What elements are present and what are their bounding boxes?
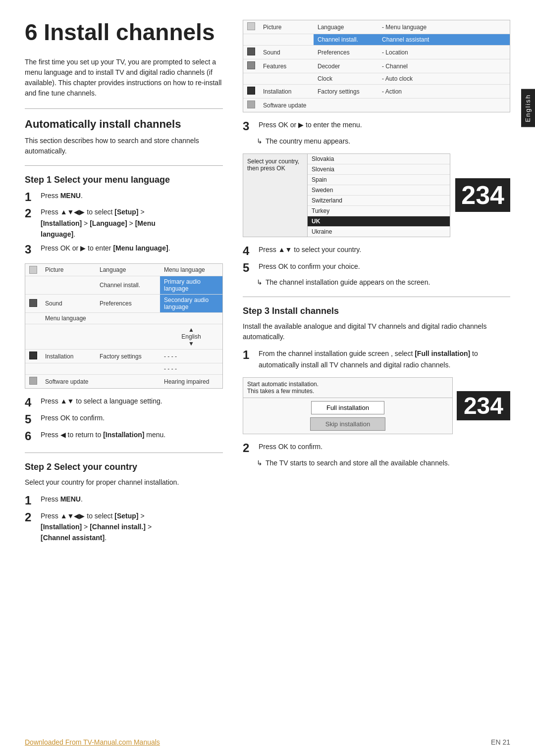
right-step3-text: Press OK or ▶ to enter the menu. (259, 119, 510, 130)
install-header-line2: This takes a few minutes. (247, 388, 314, 395)
step3-num-1: 1 (243, 348, 259, 362)
right-step5-text: Press OK to confirm your choice. (259, 261, 510, 272)
section-divider-3 (25, 453, 223, 453)
right-step5: 5 Press OK to confirm your choice. (243, 261, 510, 275)
menu-row-channelinst: Channel install. Primary audio language (25, 276, 222, 295)
menu-row-picture: Picture Language Menu language (25, 264, 222, 276)
step2-item2: 2 Press ▲▼◀▶ to select [Setup] >[Install… (25, 510, 223, 544)
intro-text: The first time you set up your TV, you a… (25, 57, 223, 99)
rmenu-row-clock: Clock - Auto clock (243, 73, 510, 85)
step-num-2: 2 (25, 206, 41, 221)
install-badge: 234 (457, 391, 510, 420)
step1-text4: Press ▲▼ to select a language setting. (41, 396, 223, 406)
step-num-6: 6 (25, 429, 41, 444)
menu-row-blank: - - - - (25, 363, 222, 375)
rmenu-row-sound: Sound Preferences - Location (243, 46, 510, 59)
auto-install-intro: This section describes how to search and… (25, 136, 223, 156)
country-turkey: Turkey (308, 206, 450, 216)
install-screen-row: Start automatic installation. This takes… (243, 377, 510, 434)
step1-text3: Press OK or ▶ to enter [Menu language]. (41, 243, 223, 253)
step3-item1: 1 From the channel installation guide sc… (243, 348, 510, 370)
install-header: Start automatic installation. This takes… (243, 378, 452, 398)
step1-title: Step 1 Select your menu language (25, 175, 223, 185)
menu-row-installation: Installation Factory settings - - - - (25, 350, 222, 363)
country-ukraine: Ukraine (308, 227, 450, 237)
right-step3-result: The country menu appears. (257, 136, 510, 147)
install-header-line1: Start automatic installation. (247, 381, 319, 388)
step1-item4: 4 Press ▲▼ to select a language setting. (25, 396, 223, 410)
section-divider-2 (25, 165, 223, 166)
rmenu-row-picture: Picture Language - Menu language (243, 20, 510, 34)
menu-row-sound: Sound Preferences Secondary audio langua… (25, 295, 222, 313)
step1-text6: Press ◀ to return to [Installation] menu… (41, 429, 223, 440)
country-spain: Spain (308, 175, 450, 185)
step2-num-2: 2 (25, 510, 41, 525)
right-step4-text: Press ▲▼ to select your country. (259, 244, 510, 255)
section-divider-1 (25, 108, 223, 109)
skip-installation-button[interactable]: Skip installation (310, 417, 385, 431)
country-label: Select your country,then press OK (243, 154, 308, 237)
right-step3-num: 3 (243, 119, 259, 134)
rmenu-row-installation: Installation Factory settings - Action (243, 85, 510, 99)
footer: Downloaded From TV-Manual.com Manuals EN… (0, 738, 535, 746)
country-list-container: Select your country,then press OK Slovak… (243, 153, 510, 237)
country-list: Slovakia Slovenia Spain Sweden Switzerla… (308, 154, 450, 237)
country-slovakia: Slovakia (308, 154, 450, 164)
step1-item6: 6 Press ◀ to return to [Installation] me… (25, 429, 223, 444)
full-installation-button[interactable]: Full installation (311, 401, 384, 414)
country-switzerland: Switzerland (308, 196, 450, 206)
right-column: Picture Language - Menu language Channel… (238, 20, 510, 546)
country-badge-area: 234 (450, 153, 510, 237)
menu-row-menulang: Menu language (25, 313, 222, 324)
menu-box-right: Picture Language - Menu language Channel… (243, 20, 510, 112)
menu-box-left: Picture Language Menu language Channel i… (25, 263, 223, 389)
side-language-tab: English (521, 89, 535, 127)
step1-text1: Press MENU. (41, 190, 223, 201)
footer-link[interactable]: Downloaded From TV-Manual.com Manuals (25, 738, 160, 746)
step1-text5: Press OK to confirm. (41, 412, 223, 423)
rmenu-row-channelinst: Channel install. Channel assistant (243, 34, 510, 46)
section-divider-right (243, 297, 510, 297)
step-num-5: 5 (25, 412, 41, 427)
step1-item2: 2 Press ▲▼◀▶ to select [Setup] >[Install… (25, 206, 223, 240)
page-title: 6 Install channels (25, 20, 223, 45)
step3-text2: Press OK to confirm. (259, 441, 510, 452)
install-box: Start automatic installation. This takes… (243, 377, 453, 434)
right-step3: 3 Press OK or ▶ to enter the menu. (243, 119, 510, 134)
country-badge: 234 (455, 178, 510, 212)
step2-intro: Select your country for proper channel i… (25, 477, 223, 488)
step2-text1: Press MENU. (41, 494, 223, 504)
step-num-1: 1 (25, 190, 41, 204)
step1-text2: Press ▲▼◀▶ to select [Setup] >[Installat… (41, 206, 223, 240)
right-step5-num: 5 (243, 261, 259, 275)
rmenu-row-features: Features Decoder - Channel (243, 59, 510, 73)
step1-item5: 5 Press OK to confirm. (25, 412, 223, 427)
step2-title: Step 2 Select your country (25, 462, 223, 472)
rmenu-row-software: Software update (243, 99, 510, 112)
step3-install-title: Step 3 Install channels (243, 306, 510, 316)
step3-item2: 2 Press OK to confirm. (243, 441, 510, 455)
step3-install-intro: Install the available analogue and digit… (243, 321, 510, 342)
step3-num-2: 2 (243, 441, 259, 455)
step2-item1: 1 Press MENU. (25, 494, 223, 508)
right-step4: 4 Press ▲▼ to select your country. (243, 244, 510, 258)
step3-result2: The TV starts to search and store all th… (257, 458, 510, 468)
step-num-4: 4 (25, 396, 41, 410)
menu-row-english: ▲English▼ (25, 324, 222, 350)
footer-page: EN 21 (491, 738, 510, 746)
install-badge-area: 234 (453, 391, 510, 420)
right-step4-num: 4 (243, 244, 259, 258)
right-step5-result: The channel installation guide appears o… (257, 277, 510, 288)
step3-text1: From the channel installation guide scre… (259, 348, 510, 370)
step-num-3: 3 (25, 243, 41, 257)
step2-text2: Press ▲▼◀▶ to select [Setup] >[Installat… (41, 510, 223, 544)
step1-item1: 1 Press MENU. (25, 190, 223, 204)
menu-row-software: Software update Hearing impaired (25, 375, 222, 389)
country-sweden: Sweden (308, 185, 450, 196)
country-slovenia: Slovenia (308, 164, 450, 175)
step1-item3: 3 Press OK or ▶ to enter [Menu language]… (25, 243, 223, 257)
country-uk: UK (308, 216, 450, 227)
step2-num-1: 1 (25, 494, 41, 508)
auto-install-title: Automatically install channels (25, 118, 223, 131)
left-column: 6 Install channels The first time you se… (25, 20, 238, 546)
